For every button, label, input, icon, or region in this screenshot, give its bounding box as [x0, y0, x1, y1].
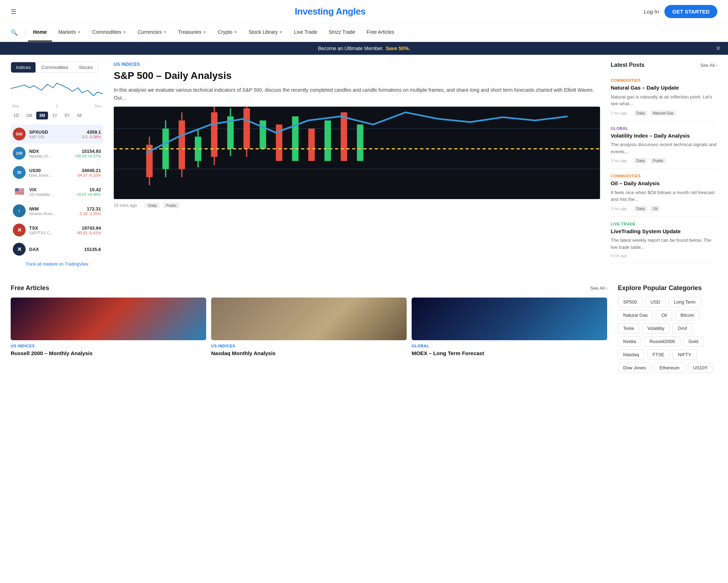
logo-text: nvesting Angles — [297, 6, 365, 17]
article-card-1[interactable]: US INDICES Nasdaq Monthly Analysis — [211, 298, 407, 357]
post-tag-3: LIVE TRADE — [611, 222, 717, 226]
post-title-0[interactable]: Natural Gas – Daily Update — [611, 84, 717, 91]
category-tag-volatility[interactable]: Volatility — [642, 323, 670, 333]
category-tag-oil[interactable]: Oil — [656, 310, 672, 320]
header-actions: Log In GET STARTED — [644, 5, 717, 18]
market-badge-dax: ✕ — [13, 243, 26, 256]
see-all-posts-link[interactable]: See All › — [700, 63, 717, 68]
nav-item-markets[interactable]: Markets ▼ — [53, 23, 86, 42]
nav-item-currencies[interactable]: Currencies ▼ — [133, 23, 172, 42]
post-item-3: LIVE TRADE LiveTrading System Update The… — [611, 217, 717, 263]
market-item-vix[interactable]: 🇺🇸 VIX US Volatility ... 15.42 +0.07 +0.… — [11, 182, 103, 201]
center-panel: US INDICES S&P 500 – Daily Analysis In t… — [103, 55, 611, 267]
market-item-tsx[interactable]: ✕ TSX S&P/TSX C... 19743.94 -80.91 -0.41… — [11, 220, 103, 240]
post-tag-0: COMMODITIES — [611, 78, 717, 82]
post-meta-3: 6 hrs ago — [611, 253, 717, 258]
nav-item-free-articles[interactable]: Free Articles — [362, 23, 399, 42]
nav-divider — [25, 29, 25, 36]
post-meta-1: 3 hrs ago · Daily Public — [611, 158, 717, 164]
card-tag-2: GLOBAL — [412, 344, 607, 348]
get-started-button[interactable]: GET STARTED — [664, 5, 717, 18]
time-btn-1m[interactable]: 1M — [23, 112, 35, 119]
market-item-iwm[interactable]: i IWM iShares Russ... 172.31 -2.18 -1.25… — [11, 201, 103, 220]
search-icon[interactable]: 🔍 — [11, 23, 22, 42]
category-tag-dax[interactable]: DAX — [673, 323, 693, 333]
track-markets-link[interactable]: Track all markets on TradingView — [11, 262, 103, 267]
tab-stocks[interactable]: Stocks — [74, 62, 98, 73]
nav-item-treasuries[interactable]: Treasuries ▼ — [173, 23, 212, 42]
popular-categories-title: Explore Popular Categories — [618, 284, 717, 292]
nav-item-commodities[interactable]: Commodities ▼ — [87, 23, 132, 42]
card-title-1: Nasdaq Monthly Analysis — [211, 350, 407, 357]
category-tag-sp500[interactable]: SP500 — [618, 297, 642, 307]
nav-item-stock-library[interactable]: Stock Library ▼ — [244, 23, 288, 42]
category-tag-nifty[interactable]: NIFTY — [673, 349, 697, 360]
article-meta: 16 mins ago · Daily Public — [114, 203, 600, 208]
market-item-dax[interactable]: ✕ DAX 15135.6 — [11, 240, 103, 259]
article-chart-image[interactable] — [114, 107, 600, 199]
chart-label-sep: Sep — [12, 104, 19, 108]
post-excerpt-2: It feels nice when $Oil follows a month … — [611, 189, 717, 203]
tab-commodities[interactable]: Commodities — [36, 62, 73, 73]
login-button[interactable]: Log In — [644, 9, 659, 15]
time-btn-1d[interactable]: 1D — [11, 112, 22, 119]
nav-item-home[interactable]: Home — [28, 23, 52, 42]
market-item-us30[interactable]: 30 US30 Dow Jones ... 34040.21 -34.37 -0… — [11, 163, 103, 182]
article-time: 16 mins ago — [114, 203, 137, 208]
articles-grid: US INDICES Russell 2000 – Monthly Analys… — [11, 298, 607, 357]
post-title-1[interactable]: Volatility Index – Daily Analysis — [611, 132, 717, 139]
time-btn-5y[interactable]: 5Y — [61, 112, 73, 119]
popular-section: Explore Popular Categories SP500USDLong … — [618, 284, 717, 373]
market-info-ndx: NDX Nasdaq 10... — [29, 149, 71, 158]
time-filter: 1D 1M 3M 1Y 5Y All — [11, 112, 103, 119]
category-tag-dowjones[interactable]: Dow Jones — [618, 363, 651, 373]
category-tag-bitcoin[interactable]: Bitcoin — [675, 310, 700, 320]
card-tag-1: US INDICES — [211, 344, 407, 348]
nav-item-crypto[interactable]: Crypto ▼ — [213, 23, 242, 42]
chevron-down-icon: ▼ — [163, 30, 167, 34]
market-info-vix: VIX US Volatility ... — [29, 187, 73, 197]
category-tag-naturalgas[interactable]: Natural Gas — [618, 310, 653, 320]
hamburger-menu[interactable]: ☰ — [11, 8, 16, 16]
logo[interactable]: Investing Angles — [295, 6, 365, 17]
market-item-ndx[interactable]: 100 NDX Nasdaq 10... 15154.93 +55.43 +0.… — [11, 144, 103, 163]
post-title-2[interactable]: Oil – Daily Analysis — [611, 180, 717, 187]
nav-item-live-trade[interactable]: Live Trade — [289, 23, 322, 42]
categories-grid: SP500USDLong TermNatural GasOilBitcoinTe… — [618, 297, 717, 373]
category-tag-longterm[interactable]: Long Term — [669, 297, 701, 307]
category-tag-russell2000[interactable]: Russell2000 — [644, 336, 680, 347]
category-tag-ethereum[interactable]: Ethereum — [654, 363, 685, 373]
chevron-down-icon: ▼ — [77, 30, 81, 34]
category-tag-us10y[interactable]: US10Y — [688, 363, 713, 373]
time-btn-3m[interactable]: 3M — [36, 112, 48, 119]
category-tag-ftse[interactable]: FTSE — [647, 349, 670, 360]
svg-rect-24 — [341, 112, 347, 161]
tab-indices[interactable]: Indices — [11, 62, 36, 73]
category-tag-nasdaq[interactable]: Nasdaq — [618, 349, 644, 360]
post-excerpt-0: Natural gas is naturally at an inflectio… — [611, 93, 717, 107]
chevron-right-icon: › — [606, 285, 607, 291]
category-tag-tesla[interactable]: Tesla — [618, 323, 639, 333]
article-card-0[interactable]: US INDICES Russell 2000 – Monthly Analys… — [11, 298, 206, 357]
latest-posts-header: Latest Posts See All › — [611, 62, 717, 68]
category-tag-usd[interactable]: USD — [645, 297, 665, 307]
post-title-3[interactable]: LiveTrading System Update — [611, 228, 717, 235]
category-tag-nvidia[interactable]: Nvidia — [618, 336, 641, 347]
time-btn-all[interactable]: All — [74, 112, 84, 119]
nav-item-strizz-trade[interactable]: Strizz Trade — [323, 23, 360, 42]
time-btn-1y[interactable]: 1Y — [49, 112, 60, 119]
right-panel: Latest Posts See All › COMMODITIES Natur… — [611, 55, 717, 267]
see-all-articles-link[interactable]: See All › — [590, 285, 607, 291]
card-tag-0: US INDICES — [11, 344, 206, 348]
post-item-1: GLOBAL Volatility Index – Daily Analysis… — [611, 121, 717, 169]
article-title[interactable]: S&P 500 – Daily Analysis — [114, 70, 600, 82]
article-card-2[interactable]: GLOBAL MOEX – Long Term Forecast — [412, 298, 607, 357]
main-content: Indices Commodities Stocks Sep 2 Nov 1D … — [0, 55, 728, 277]
post-item-0: COMMODITIES Natural Gas – Daily Update N… — [611, 73, 717, 121]
banner-close-button[interactable]: ✕ — [716, 44, 721, 52]
market-item-spx[interactable]: 500 SPXUSD S&P 500 4359.1 -3.5 -0.08% — [11, 124, 103, 144]
market-badge-ndx: 100 — [13, 147, 26, 160]
svg-rect-21 — [292, 117, 299, 161]
free-articles-title: Free Articles — [11, 284, 49, 292]
category-tag-gold[interactable]: Gold — [683, 336, 703, 347]
